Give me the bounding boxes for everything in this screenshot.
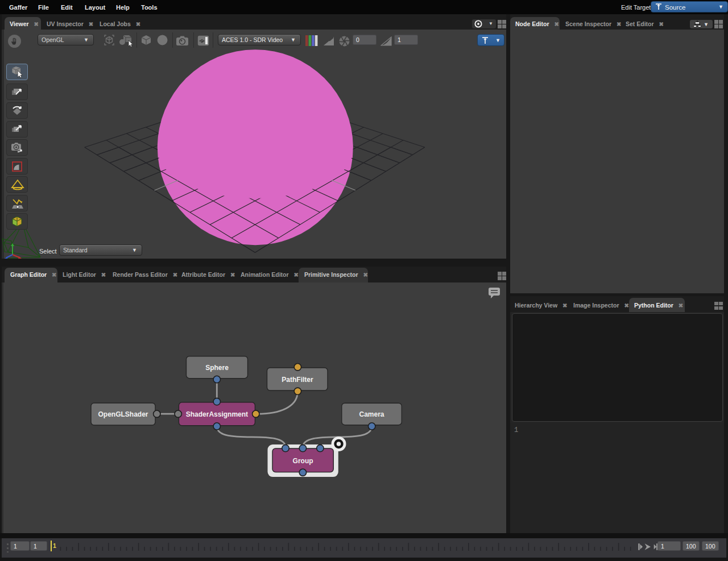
svg-text:Camera: Camera: [359, 410, 384, 418]
svg-text:Group: Group: [293, 457, 313, 465]
svg-text:Sphere: Sphere: [205, 364, 229, 372]
svg-text:OpenGLShader: OpenGLShader: [98, 410, 148, 418]
svg-text:PathFilter: PathFilter: [282, 376, 313, 384]
svg-text:ShaderAssignment: ShaderAssignment: [186, 410, 248, 418]
